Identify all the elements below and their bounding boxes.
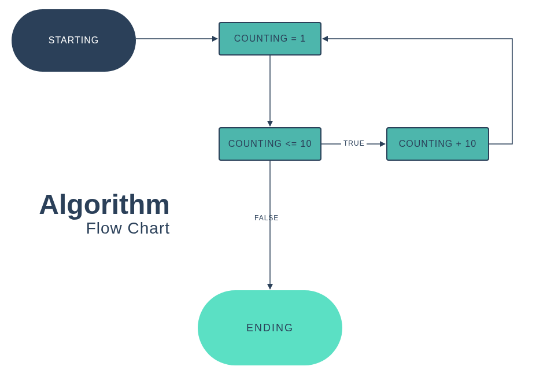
init-label: COUNTING = 1 xyxy=(234,34,306,44)
increment-node: COUNTING + 10 xyxy=(386,127,489,161)
start-label: STARTING xyxy=(49,35,99,46)
title-main: Algorithm xyxy=(20,188,170,220)
end-node: ENDING xyxy=(198,290,342,365)
edge-label-true: TRUE xyxy=(343,139,365,147)
end-label: ENDING xyxy=(246,322,294,334)
condition-label: COUNTING <= 10 xyxy=(228,139,312,149)
title-sub: Flow Chart xyxy=(20,219,170,238)
init-node: COUNTING = 1 xyxy=(219,22,321,56)
increment-label: COUNTING + 10 xyxy=(399,139,476,149)
condition-node: COUNTING <= 10 xyxy=(219,127,321,161)
start-node: STARTING xyxy=(12,9,136,72)
edge-label-false: FALSE xyxy=(254,214,279,222)
diagram-title: Algorithm Flow Chart xyxy=(20,188,170,238)
